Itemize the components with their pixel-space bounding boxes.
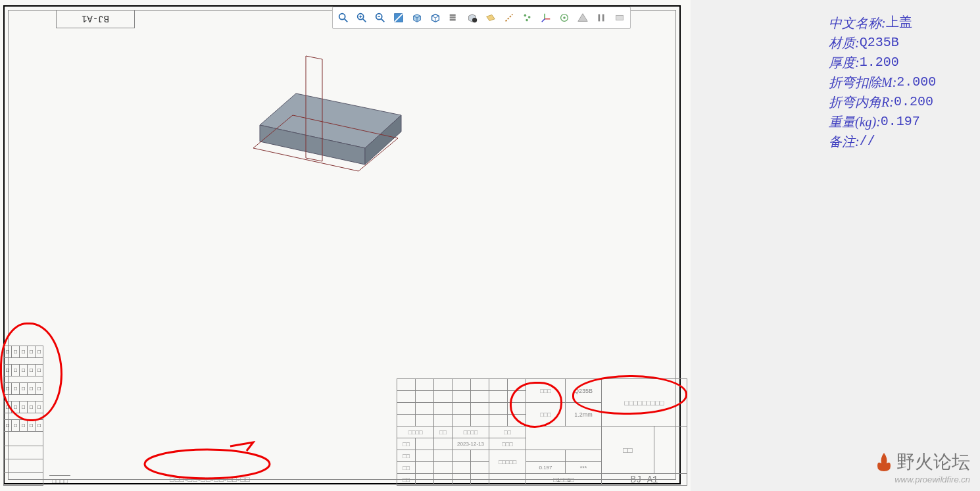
datum-axis-icon[interactable] (501, 9, 518, 26)
svg-rect-31 (616, 15, 624, 20)
prop-remark-value: // (860, 132, 875, 151)
prop-name-label: 中文名称: (829, 13, 886, 33)
revision-block: □□□□□ □□□□□ □□□□□ □□□□□ □□□□□ (3, 346, 43, 486)
model-3d-view (233, 46, 418, 178)
svg-rect-18 (450, 19, 456, 21)
prop-material-value: Q235B (860, 33, 899, 53)
prop-thickness-label: 厚度: (829, 53, 860, 72)
pause-icon[interactable] (593, 9, 610, 26)
watermark-url: www.proewildfire.cn (875, 475, 970, 484)
svg-line-20 (506, 14, 513, 22)
svg-point-19 (472, 18, 477, 22)
prop-bend-deduct-label: 折弯扣除M: (829, 72, 896, 92)
prop-bend-radius-label: 折弯内角R: (829, 92, 894, 112)
svg-point-22 (528, 16, 531, 18)
layers-icon[interactable] (445, 9, 462, 26)
svg-point-21 (524, 14, 527, 17)
repaint-icon[interactable] (390, 9, 407, 26)
watermark: 野火论坛 www.proewildfire.cn (875, 450, 970, 484)
datum-point-icon[interactable] (519, 9, 536, 26)
svg-line-26 (542, 19, 545, 22)
prop-bend-deduct-value: 2.000 (896, 72, 936, 92)
spin-center-icon[interactable] (556, 9, 573, 26)
svg-line-13 (381, 19, 385, 22)
view-toolbar (332, 7, 631, 29)
prop-remark-label: 备注: (829, 132, 860, 151)
properties-panel: 中文名称: 上盖 材质:Q235B 厚度:1.200 折弯扣除M:2.000 折… (829, 13, 936, 151)
svg-point-28 (563, 16, 566, 19)
prop-material-label: 材质: (829, 33, 860, 53)
svg-point-6 (339, 14, 345, 20)
prop-name-value: 上盖 (886, 13, 912, 33)
bottom-strip: □□□□ (49, 475, 70, 486)
part-label-tab: BJ-A1 (56, 10, 135, 28)
svg-rect-16 (450, 14, 456, 16)
svg-point-23 (526, 19, 528, 22)
flame-icon (875, 452, 893, 473)
zoom-out-icon[interactable] (372, 9, 389, 26)
saved-views-icon[interactable] (464, 9, 481, 26)
prop-bend-radius-value: 0.200 (894, 92, 933, 112)
svg-rect-17 (450, 16, 456, 18)
drawing-canvas[interactable]: BJ-A1 □□□□□ □□□□□ □□□□□ □□□□□ □□□□□ □□□□… (0, 0, 691, 491)
shading-with-edges-icon[interactable] (408, 9, 426, 26)
prop-weight-label: 重量(kg): (829, 112, 881, 132)
stop-icon[interactable] (611, 9, 628, 26)
title-block: □□□ Q235B □□□□□□□□□ □□□ 1.2mm □□□□ □□ □□… (397, 378, 687, 486)
svg-line-7 (345, 19, 348, 22)
datum-csys-icon[interactable] (537, 9, 554, 26)
warning-icon[interactable] (574, 9, 591, 26)
svg-rect-29 (599, 14, 600, 22)
drawing-code: □□□-□□-□□-□□-□□-□□ (170, 475, 251, 483)
svg-line-9 (363, 19, 366, 22)
zoom-fit-icon[interactable] (335, 9, 352, 26)
prop-thickness-value: 1.200 (860, 53, 899, 72)
svg-rect-30 (602, 14, 604, 22)
datum-plane-icon[interactable] (482, 9, 499, 26)
no-hidden-icon[interactable] (427, 9, 444, 26)
prop-weight-value: 0.197 (881, 112, 920, 132)
zoom-in-icon[interactable] (353, 9, 370, 26)
